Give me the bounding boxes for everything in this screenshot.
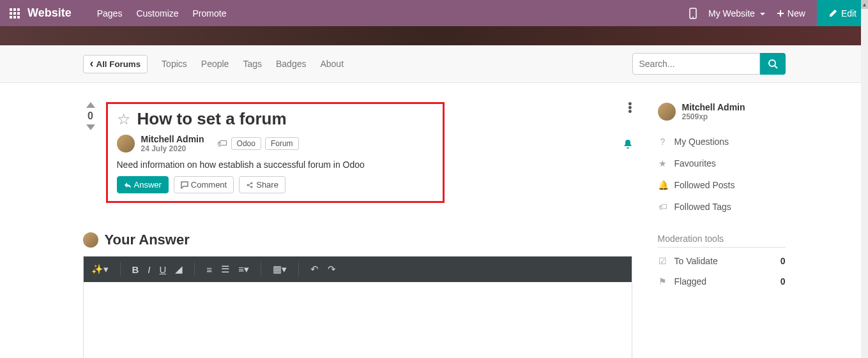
profile-box[interactable]: Mitchell Admin 2509xp [658, 102, 786, 121]
edit-button[interactable]: Edit [817, 0, 868, 26]
scrollbar[interactable]: ▲ [861, 0, 868, 358]
subnav-tags[interactable]: Tags [243, 59, 262, 69]
redo-button[interactable]: ↷ [328, 264, 336, 275]
tag-odoo[interactable]: Odoo [231, 137, 261, 150]
upvote-button[interactable] [86, 102, 95, 108]
main-column: 0 ☆ How to set a forum Mitchell Admin 24… [83, 102, 632, 358]
search-group [632, 53, 786, 75]
mobile-preview-icon[interactable] [689, 8, 697, 19]
tags-icon: 🏷 [658, 202, 668, 212]
chevron-left-icon [90, 59, 94, 69]
top-nav: Website Pages Customize Promote My Websi… [0, 0, 868, 26]
mod-to-validate[interactable]: ☑To Validate 0 [658, 251, 786, 271]
sidebar-favourites[interactable]: ★Favourites [658, 153, 786, 174]
scroll-up-icon[interactable]: ▲ [861, 0, 868, 9]
current-user-avatar [83, 232, 98, 248]
brand[interactable]: Website [27, 6, 72, 20]
mod-flagged[interactable]: ⚑Flagged 0 [658, 271, 786, 292]
nav-links: Pages Customize Promote [97, 8, 227, 19]
svg-line-7 [248, 183, 251, 184]
table-button[interactable]: ▦▾ [273, 264, 287, 275]
author-name[interactable]: Mitchell Admin [141, 134, 204, 144]
flag-icon: ⚑ [658, 276, 668, 287]
author-avatar[interactable] [117, 135, 135, 153]
profile-name: Mitchell Admin [682, 102, 745, 112]
subscribe-bell-icon[interactable] [623, 139, 632, 149]
subnav-about[interactable]: About [320, 59, 344, 69]
moderation-title: Moderation tools [658, 234, 786, 248]
subnav-bar: All Forums Topics People Tags Badges Abo… [0, 45, 868, 83]
apps-icon[interactable] [10, 8, 20, 19]
magic-icon[interactable]: ✨▾ [91, 264, 109, 275]
new-button[interactable]: New [777, 8, 805, 19]
subnav-links: Topics People Tags Badges About [162, 59, 344, 69]
tag-icon: 🏷 [217, 138, 227, 149]
to-validate-count: 0 [780, 256, 786, 266]
vote-count: 0 [88, 110, 93, 122]
sidebar-followed-tags[interactable]: 🏷Followed Tags [658, 196, 786, 218]
nav-link-pages[interactable]: Pages [97, 8, 123, 19]
hero-banner [0, 26, 868, 45]
more-menu-icon[interactable]: ••• [628, 102, 632, 114]
search-icon [768, 59, 778, 69]
unordered-list-button[interactable]: ≡ [206, 264, 212, 275]
align-button[interactable]: ≡▾ [238, 264, 249, 275]
bell-icon: 🔔 [658, 180, 668, 190]
favorite-star-icon[interactable]: ☆ [117, 110, 131, 128]
downvote-button[interactable] [86, 124, 95, 130]
sidebar-my-questions[interactable]: ?My Questions [658, 131, 786, 153]
underline-button[interactable]: U [160, 264, 167, 275]
comment-icon [181, 181, 188, 189]
svg-line-8 [248, 185, 251, 186]
share-button[interactable]: Share [239, 176, 286, 193]
editor-toolbar: ✨▾ B I U ◢ ≡ ☰ ≡▾ [84, 257, 632, 282]
bold-button[interactable]: B [132, 264, 139, 275]
all-forums-button[interactable]: All Forums [83, 55, 148, 73]
ordered-list-button[interactable]: ☰ [221, 264, 229, 275]
check-icon: ☑ [658, 256, 668, 266]
svg-line-3 [775, 66, 777, 68]
rich-text-editor: ✨▾ B I U ◢ ≡ ☰ ≡▾ [83, 256, 632, 358]
flagged-count: 0 [780, 276, 786, 287]
search-input[interactable] [632, 53, 760, 75]
comment-button[interactable]: Comment [174, 176, 234, 193]
profile-xp: 2509xp [682, 112, 745, 121]
answer-heading: Your Answer [105, 232, 190, 248]
question-body: Need information on how establish a succ… [117, 160, 434, 170]
question-block: 0 ☆ How to set a forum Mitchell Admin 24… [83, 102, 632, 203]
answer-button[interactable]: Answer [117, 176, 169, 193]
subnav-people[interactable]: People [201, 59, 229, 69]
undo-button[interactable]: ↶ [310, 264, 319, 275]
svg-point-2 [769, 60, 775, 66]
vote-controls: 0 [83, 102, 98, 203]
tag-group: 🏷 Odoo Forum [217, 137, 299, 150]
question-card: ☆ How to set a forum Mitchell Admin 24 J… [106, 102, 445, 203]
editor-content[interactable] [84, 282, 632, 358]
nav-right: My Website New Edit [689, 0, 858, 26]
post-date: 24 July 2020 [141, 144, 204, 153]
sidebar-followed-posts[interactable]: 🔔Followed Posts [658, 174, 786, 196]
question-title: How to set a forum [137, 109, 287, 129]
sidebar-links: ?My Questions ★Favourites 🔔Followed Post… [658, 131, 786, 218]
sidebar-avatar [658, 103, 676, 121]
erase-format-button[interactable]: ◢ [175, 264, 183, 275]
share-icon [246, 181, 254, 189]
subnav-topics[interactable]: Topics [162, 59, 187, 69]
sidebar: Mitchell Admin 2509xp ?My Questions ★Fav… [658, 102, 786, 358]
tag-forum[interactable]: Forum [265, 137, 299, 150]
nav-link-customize[interactable]: Customize [136, 8, 178, 19]
italic-button[interactable]: I [148, 264, 150, 275]
star-icon: ★ [658, 158, 668, 168]
subnav-badges[interactable]: Badges [276, 59, 306, 69]
nav-link-promote[interactable]: Promote [193, 8, 227, 19]
site-selector[interactable]: My Website [708, 8, 765, 19]
answer-section: Your Answer ✨▾ B I U ◢ ≡ [83, 232, 632, 358]
question-icon: ? [658, 137, 668, 147]
reply-icon [124, 182, 132, 188]
search-button[interactable] [760, 53, 786, 75]
